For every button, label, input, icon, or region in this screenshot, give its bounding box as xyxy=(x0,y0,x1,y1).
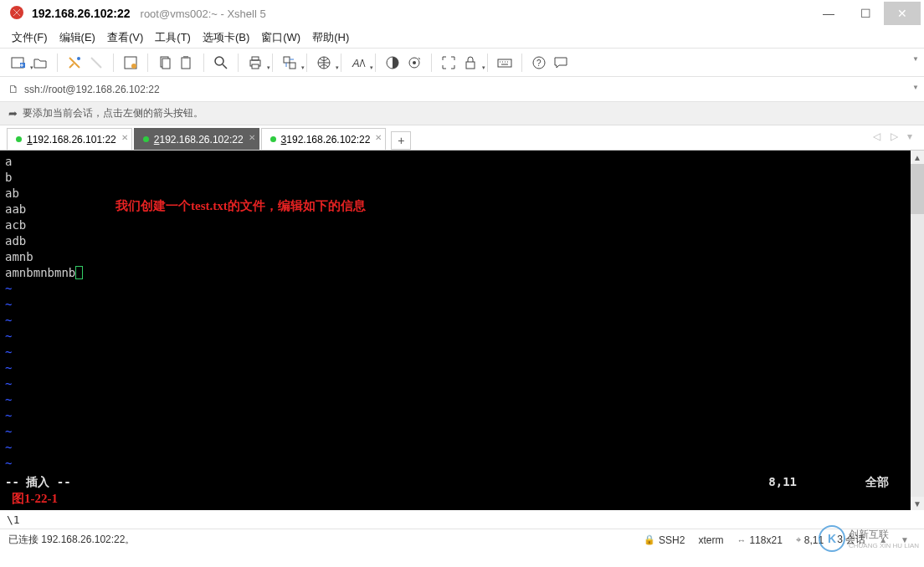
svg-rect-15 xyxy=(290,63,295,69)
status-connected: 已连接 192.168.26.102:22。 xyxy=(8,533,135,547)
window-title-sub: root@vms002:~ - Xshell 5 xyxy=(141,8,266,20)
session-tab-1[interactable]: 1 192.168.26.101:22 ✕ xyxy=(7,128,132,150)
encoding-button[interactable]: ▾ xyxy=(314,53,334,73)
copy-button[interactable] xyxy=(155,53,175,73)
resize-icon: ↔ xyxy=(737,535,746,545)
svg-rect-22 xyxy=(498,59,511,67)
vertical-scrollbar[interactable]: ▲ ▼ xyxy=(911,151,924,510)
scroll-thumb[interactable] xyxy=(911,164,924,214)
window-title-main: 192.168.26.102:22 xyxy=(32,7,131,20)
svg-point-3 xyxy=(77,57,80,60)
menu-edit[interactable]: 编辑(E) xyxy=(59,30,95,45)
status-term: xterm xyxy=(698,534,723,546)
titlebar: 192.168.26.102:22 root@vms002:~ - Xshell… xyxy=(0,0,924,27)
open-session-button[interactable] xyxy=(30,53,50,73)
session-tab-3[interactable]: 3 192.168.26.102:22 ✕ xyxy=(261,128,387,150)
watermark: K 创新互联 CHUANG XIN HU LIAN xyxy=(819,525,919,552)
svg-text:?: ? xyxy=(536,59,542,68)
keyboard-button[interactable] xyxy=(495,53,515,73)
tab-nav-buttons[interactable]: ◁ ▷ ▾ xyxy=(873,130,916,142)
hint-arrow-icon[interactable]: ➦ xyxy=(8,107,18,120)
svg-text:A: A xyxy=(352,57,360,69)
new-session-button[interactable]: ▾ xyxy=(8,53,28,73)
status-bar: 已连接 192.168.26.102:22。 🔒SSH2 xterm ↔118x… xyxy=(0,529,924,550)
fullscreen-button[interactable] xyxy=(439,53,459,73)
menu-view[interactable]: 查看(V) xyxy=(107,30,143,45)
menu-file[interactable]: 文件(F) xyxy=(12,30,48,45)
figure-label: 图1-22-1 xyxy=(12,491,58,507)
svg-rect-14 xyxy=(284,57,290,63)
svg-rect-13 xyxy=(252,64,259,69)
status-dot-icon xyxy=(16,136,22,142)
status-dot-icon xyxy=(143,136,149,142)
address-overflow-icon[interactable]: ▼ xyxy=(912,84,919,91)
help-button[interactable]: ? xyxy=(529,53,549,73)
tab-close-icon[interactable]: ✕ xyxy=(375,133,382,142)
search-button[interactable] xyxy=(211,53,231,73)
vim-scope: 全部 xyxy=(865,474,889,490)
add-tab-button[interactable]: + xyxy=(391,131,411,150)
session-tab-2[interactable]: 2 192.168.26.102:22 ✕ xyxy=(134,128,259,150)
feedback-button[interactable] xyxy=(551,53,571,73)
term-line: b xyxy=(5,170,906,186)
cursor-icon xyxy=(75,266,83,279)
tab-close-icon[interactable]: ✕ xyxy=(121,133,128,142)
paste-button[interactable] xyxy=(177,53,197,73)
maximize-button[interactable]: ☐ xyxy=(847,2,884,25)
vim-tilde: ~ xyxy=(5,281,906,297)
annotation-text: 我们创建一个test.txt的文件，编辑如下的信息 xyxy=(116,198,366,214)
watermark-brand: 创新互联 xyxy=(849,528,919,542)
font-button[interactable]: A▾ xyxy=(348,53,368,73)
scroll-up-icon[interactable]: ▲ xyxy=(911,151,924,164)
menu-window[interactable]: 窗口(W) xyxy=(261,30,300,45)
lock-icon: 🗋 xyxy=(8,83,19,95)
disconnect-button[interactable] xyxy=(86,53,106,73)
tab-strip: 1 192.168.26.101:22 ✕ 2 192.168.26.102:2… xyxy=(0,125,924,151)
color-scheme-button[interactable] xyxy=(382,53,403,73)
vim-tilde: ~ xyxy=(5,392,906,408)
highlight-button[interactable] xyxy=(404,53,424,73)
menu-tools[interactable]: 工具(T) xyxy=(155,30,191,45)
terminal[interactable]: a b ab aab acb adb amnb amnbmnbmnb ~ ~ ~… xyxy=(0,151,911,510)
print-button[interactable]: ▾ xyxy=(245,53,265,73)
menubar: 文件(F) 编辑(E) 查看(V) 工具(T) 选项卡(B) 窗口(W) 帮助(… xyxy=(0,27,924,49)
toolbar: ▾ ▾ ▾ ▾ A▾ ▾ ? ▼ xyxy=(0,49,924,77)
svg-rect-21 xyxy=(466,62,475,69)
vim-tilde: ~ xyxy=(5,313,906,329)
watermark-logo-icon: K xyxy=(819,525,845,552)
minimize-button[interactable]: — xyxy=(810,2,847,25)
terminal-wrapper: a b ab aab acb adb amnb amnbmnbmnb ~ ~ ~… xyxy=(0,151,924,510)
vim-tilde: ~ xyxy=(5,456,906,472)
transfer-button[interactable]: ▾ xyxy=(280,53,300,73)
command-input-line[interactable]: \1 xyxy=(0,510,924,529)
vim-tilde: ~ xyxy=(5,297,906,313)
svg-point-10 xyxy=(215,57,223,65)
toolbar-overflow-icon[interactable]: ▼ xyxy=(912,55,919,63)
hint-text: 要添加当前会话，点击左侧的箭头按钮。 xyxy=(23,106,203,120)
menu-tabs[interactable]: 选项卡(B) xyxy=(203,30,249,45)
tab-close-icon[interactable]: ✕ xyxy=(249,133,255,142)
address-bar[interactable]: 🗋 ssh://root@192.168.26.102:22 ▼ xyxy=(0,77,924,102)
svg-rect-8 xyxy=(182,58,190,69)
vim-tilde: ~ xyxy=(5,408,906,424)
term-line: acb xyxy=(5,217,906,233)
vim-tilde: ~ xyxy=(5,345,906,360)
svg-rect-12 xyxy=(252,57,259,60)
status-size: ↔118x21 xyxy=(737,534,782,546)
menu-help[interactable]: 帮助(H) xyxy=(312,30,349,45)
term-line: a xyxy=(5,154,906,170)
status-proto: 🔒SSH2 xyxy=(644,534,685,546)
vim-tilde: ~ xyxy=(5,440,906,456)
vim-tilde: ~ xyxy=(5,329,906,345)
vim-position: 8,11 xyxy=(768,474,797,490)
scroll-down-icon[interactable]: ▼ xyxy=(911,497,924,510)
lock-button[interactable]: ▾ xyxy=(460,53,480,73)
hint-bar: ➦ 要添加当前会话，点击左侧的箭头按钮。 xyxy=(0,102,924,125)
reconnect-button[interactable] xyxy=(64,53,85,73)
address-url: ssh://root@192.168.26.102:22 xyxy=(24,84,160,95)
scroll-track[interactable] xyxy=(911,164,924,497)
properties-button[interactable] xyxy=(121,53,141,73)
close-button[interactable]: ✕ xyxy=(884,2,921,25)
lock-icon: 🔒 xyxy=(644,534,655,545)
command-text: \1 xyxy=(7,513,20,526)
